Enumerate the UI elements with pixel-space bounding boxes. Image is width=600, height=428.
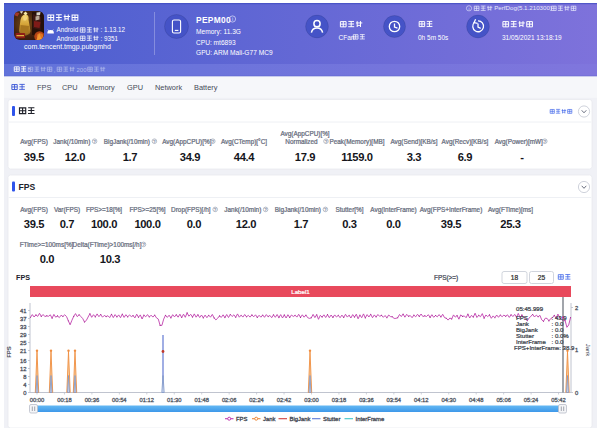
svg-text:Android: Android [57,35,79,42]
svg-text:02:24: 02:24 [249,397,264,403]
svg-text:18: 18 [511,274,519,281]
svg-text:01:12: 01:12 [140,397,155,403]
svg-text:25: 25 [20,340,26,346]
svg-text:FPS+InterFrame: 38.9: FPS+InterFrame: 38.9 [514,344,575,351]
svg-text:i: i [469,6,470,11]
svg-text:00:00: 00:00 [30,397,45,403]
svg-text:6.9: 6.9 [458,151,473,163]
svg-text:29: 29 [20,332,26,338]
svg-text:10.3: 10.3 [100,253,121,265]
svg-text:Avg(Send)[KB/s]: Avg(Send)[KB/s] [390,138,437,146]
svg-text:03:36: 03:36 [359,397,374,403]
svg-text:Avg(FPS+InterFrame): Avg(FPS+InterFrame) [420,206,483,214]
svg-text:39.5: 39.5 [24,151,45,163]
svg-text:Avg(Power)[mW]: Avg(Power)[mW] [495,138,543,146]
svg-text:Jank: Jank [585,344,591,358]
svg-text:12.0: 12.0 [236,218,257,230]
svg-text:PEPM00: PEPM00 [196,15,231,25]
svg-text:Jank(/10min): Jank(/10min) [224,206,261,214]
svg-text:: 9351: : 9351 [101,35,119,42]
svg-text:16: 16 [20,358,26,364]
svg-text:i: i [232,16,233,22]
svg-text:BigJank(/10min): BigJank(/10min) [104,138,150,146]
svg-text:CPU: mt6893: CPU: mt6893 [196,39,236,46]
svg-text:Peak(Memory)[MB]: Peak(Memory)[MB] [329,138,384,146]
svg-text:03:00: 03:00 [304,397,319,403]
svg-text:00:54: 00:54 [112,397,127,403]
svg-text:01:30: 01:30 [167,397,182,403]
svg-text:12: 12 [20,366,26,372]
svg-text:8: 8 [23,374,26,380]
svg-text:33: 33 [20,324,26,330]
svg-text:Normalized: Normalized [285,138,318,145]
svg-text:Stutter[%]: Stutter[%] [335,206,363,214]
svg-text:Avg(AppCPU)[%]: Avg(AppCPU)[%] [162,138,211,146]
svg-text:Var(FPS): Var(FPS) [54,206,80,214]
svg-text:CFan: CFan [339,34,355,41]
svg-text:05:45.999: 05:45.999 [516,305,544,312]
svg-text:Memory: 11.3G: Memory: 11.3G [196,28,241,36]
svg-text:Avg(Recv)[KB/s]: Avg(Recv)[KB/s] [442,138,489,146]
svg-text:44.4: 44.4 [234,151,256,163]
svg-text:Avg(FPS): Avg(FPS) [20,206,48,214]
svg-text:FPS>=25[%]: FPS>=25[%] [129,206,165,214]
svg-text:Label1: Label1 [291,288,310,295]
svg-text:Avg(CTemp)[°C]: Avg(CTemp)[°C] [221,138,267,146]
svg-text:Avg(AppCPU)[%]: Avg(AppCPU)[%] [280,130,329,138]
svg-text:04:12: 04:12 [414,397,429,403]
svg-text:0: 0 [23,390,26,396]
svg-text:FPS: FPS [19,182,36,192]
svg-text:2: 2 [575,305,578,311]
svg-text:02:06: 02:06 [222,397,237,403]
svg-text:17.9: 17.9 [295,151,316,163]
svg-text:01:48: 01:48 [194,397,209,403]
svg-text:34.9: 34.9 [180,151,201,163]
svg-text:Memory: Memory [88,83,115,92]
svg-text:Avg(FTime)[ms]: Avg(FTime)[ms] [488,206,533,214]
svg-text:: 1.13.12: : 1.13.12 [101,26,126,33]
svg-text:04:30: 04:30 [441,397,456,403]
svg-text:0: 0 [575,390,578,396]
svg-text:41: 41 [20,308,26,314]
svg-text:1.7: 1.7 [123,151,138,163]
svg-text:Jank(/10min): Jank(/10min) [53,138,90,146]
svg-text:0.0: 0.0 [40,253,55,265]
svg-text:FPS>=18[%]: FPS>=18[%] [86,206,122,214]
svg-text:Jank: Jank [263,416,275,422]
svg-text:0h 5m 50s: 0h 5m 50s [418,34,449,41]
svg-text:Android: Android [57,26,79,33]
svg-text:1159.0: 1159.0 [341,151,373,163]
svg-text:04:48: 04:48 [469,397,484,403]
svg-text:0.7: 0.7 [60,218,75,230]
svg-text:FPS: FPS [6,346,12,358]
svg-text:Avg(FPS): Avg(FPS) [20,138,48,146]
svg-text:39.5: 39.5 [24,218,45,230]
svg-text:FPS(>=): FPS(>=) [434,274,458,282]
svg-text:00:18: 00:18 [57,397,72,403]
svg-text:3.3: 3.3 [407,151,422,163]
svg-text:25.3: 25.3 [500,218,521,230]
svg-text:05:24: 05:24 [524,397,539,403]
svg-text:Drop(FPS)[/h]: Drop(FPS)[/h] [171,206,211,214]
svg-text:0.0: 0.0 [386,218,401,230]
svg-text:03:54: 03:54 [387,397,402,403]
svg-text:200: 200 [77,67,88,73]
svg-text:CPU: CPU [62,83,78,92]
svg-text:21: 21 [20,348,26,354]
svg-text:1: 1 [575,347,578,353]
svg-text:GPU: ARM Mali-G77 MC9: GPU: ARM Mali-G77 MC9 [196,49,273,56]
svg-text:Delta(FTime)>100ms[/h]: Delta(FTime)>100ms[/h] [73,241,142,249]
svg-text:31/05/2021 13:18:19: 31/05/2021 13:18:19 [502,34,562,41]
svg-text:05:42: 05:42 [551,397,566,403]
svg-text:25: 25 [538,274,546,281]
svg-text:0.3: 0.3 [342,218,357,230]
svg-text:Network: Network [155,83,182,92]
svg-text:GPU: GPU [127,83,143,92]
svg-text:03:18: 03:18 [332,397,347,403]
svg-text:39.5: 39.5 [441,218,462,230]
svg-text:100.0: 100.0 [134,218,160,230]
svg-text:FTime>=100ms[%]: FTime>=100ms[%] [20,241,74,249]
svg-text:Battery: Battery [194,83,218,92]
svg-text:BigJank(/10min): BigJank(/10min) [275,206,321,214]
svg-text:InterFrame: InterFrame [356,416,386,422]
